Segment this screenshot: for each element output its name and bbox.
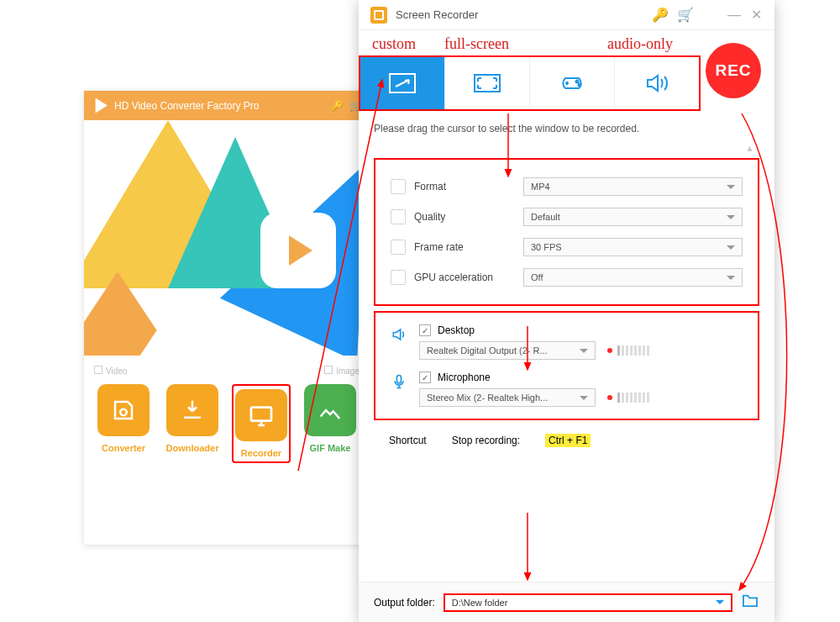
microphone-label: Microphone <box>438 372 491 383</box>
gpu-dropdown[interactable]: Off <box>523 268 743 287</box>
mode-game[interactable] <box>530 57 615 109</box>
front-titlebar: Screen Recorder 🔑 🛒 — ✕ <box>359 0 774 30</box>
screen-recorder-window: Screen Recorder 🔑 🛒 — ✕ REC Please drag … <box>359 0 774 622</box>
mode-fullscreen[interactable] <box>445 57 530 109</box>
shortcut-row: Shortcut Stop recording: Ctrl + F1 <box>359 425 774 461</box>
downloader-tile[interactable]: Downloader <box>163 384 222 463</box>
quality-dropdown[interactable]: Default <box>523 208 743 226</box>
microphone-icon <box>391 373 409 393</box>
mode-custom-region[interactable] <box>360 57 445 109</box>
format-dropdown[interactable]: MP4 <box>523 177 743 196</box>
desktop-audio-label: Desktop <box>438 324 475 336</box>
gpu-icon <box>391 270 406 285</box>
close-button[interactable]: ✕ <box>749 7 763 23</box>
hint-text: Please drag the cursor to select the win… <box>359 111 774 143</box>
video-settings-panel: Format MP4 Quality Default Frame rate 30… <box>374 158 759 306</box>
svg-point-4 <box>576 81 579 83</box>
hero-graphic <box>84 120 370 356</box>
desktop-audio-checkbox[interactable]: ✓ <box>419 324 431 336</box>
stop-recording-label: Stop recording: <box>452 435 520 446</box>
annotation-custom: custom <box>372 35 416 53</box>
microphone-level-meter <box>607 393 649 403</box>
converter-app-window: HD Video Converter Factory Pro 🔑 🛒 Video… <box>84 91 370 545</box>
gpu-label: GPU acceleration <box>414 271 515 283</box>
framerate-label: Frame rate <box>414 241 515 253</box>
back-titlebar: HD Video Converter Factory Pro 🔑 🛒 <box>84 91 370 120</box>
key-icon[interactable]: 🔑 <box>331 100 343 112</box>
back-title: HD Video Converter Factory Pro <box>114 100 260 112</box>
recorder-app-icon <box>370 7 387 24</box>
annotation-audio-only: audio-only <box>607 35 673 53</box>
framerate-dropdown[interactable]: 30 FPS <box>523 238 743 256</box>
output-folder-field[interactable]: D:\New folder <box>444 593 732 612</box>
quality-label: Quality <box>414 211 515 223</box>
framerate-icon <box>391 240 406 255</box>
category-labels: Video Image <box>84 356 370 381</box>
svg-rect-6 <box>397 376 402 383</box>
audio-settings-panel: ✓ Desktop Realtek Digital Output (2- R..… <box>374 311 759 420</box>
mode-audio-only[interactable] <box>615 57 699 109</box>
svg-point-5 <box>579 84 581 87</box>
shortcut-label: Shortcut <box>389 435 427 446</box>
desktop-level-meter <box>607 345 649 356</box>
output-bar: Output folder: D:\New folder <box>359 582 774 622</box>
svg-point-0 <box>120 409 127 416</box>
desktop-device-dropdown[interactable]: Realtek Digital Output (2- R... <box>419 341 596 360</box>
recorder-tile[interactable]: Recorder <box>232 384 291 463</box>
minimize-button[interactable]: — <box>727 8 741 23</box>
gif-maker-tile[interactable]: GIF Make <box>301 384 360 463</box>
app-logo-icon <box>92 98 108 113</box>
mode-tabs <box>359 55 701 111</box>
format-icon <box>391 179 406 194</box>
svg-rect-1 <box>251 408 271 421</box>
collapse-toggle[interactable]: ▲ <box>359 143 774 153</box>
microphone-device-dropdown[interactable]: Stereo Mix (2- Realtek High... <box>419 388 596 407</box>
browse-folder-icon[interactable] <box>741 593 759 612</box>
key-icon[interactable]: 🔑 <box>652 7 669 23</box>
play-icon <box>260 213 336 288</box>
stop-recording-key: Ctrl + F1 <box>545 434 591 447</box>
converter-tile[interactable]: Converter <box>94 384 153 463</box>
record-button[interactable]: REC <box>706 43 761 98</box>
speaker-icon <box>391 326 409 346</box>
output-folder-label: Output folder: <box>374 597 435 609</box>
cart-icon[interactable]: 🛒 <box>677 7 694 23</box>
front-title: Screen Recorder <box>396 8 478 21</box>
format-label: Format <box>414 181 515 192</box>
microphone-checkbox[interactable]: ✓ <box>419 372 431 383</box>
annotation-fullscreen: full-screen <box>444 35 509 53</box>
quality-icon <box>391 209 406 224</box>
